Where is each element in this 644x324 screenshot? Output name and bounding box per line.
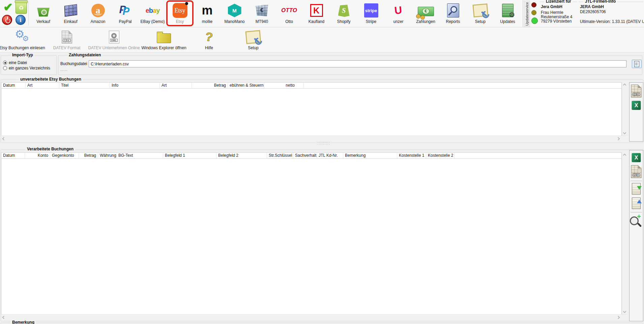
action-setup[interactable]: Setup xyxy=(236,28,270,51)
info-icon[interactable]: i xyxy=(16,15,26,25)
import-document-icon[interactable] xyxy=(632,183,641,195)
setup-wrench-icon xyxy=(472,3,488,18)
app-button-reports[interactable]: Reports xyxy=(439,0,467,26)
column-header[interactable]: JTL Kd-Nr. xyxy=(317,153,343,158)
processed-table: Datum Konto Gegenkonto Betrag Währung BG… xyxy=(1,152,622,314)
recycle-bin-icon[interactable]: ♻ xyxy=(16,2,27,14)
column-header[interactable]: Titel xyxy=(59,83,110,88)
radio-ganzes-verzeichnis[interactable]: ein ganzes Verzeichnis xyxy=(3,66,50,70)
column-header[interactable]: Info xyxy=(110,83,160,88)
column-header[interactable]: Datum xyxy=(1,83,26,88)
column-header[interactable]: Betrag xyxy=(192,83,228,88)
etsy-icon: Etsy xyxy=(173,3,187,18)
column-header[interactable]: Bemerkung xyxy=(343,153,397,158)
scroll-up-icon[interactable] xyxy=(623,84,626,87)
scroll-left-icon[interactable] xyxy=(2,316,6,319)
toolbar-separator xyxy=(28,1,29,26)
scroll-left-icon[interactable] xyxy=(2,137,6,141)
column-header[interactable]: Währung xyxy=(98,153,117,158)
action-hilfe[interactable]: ? Hilfe xyxy=(192,28,226,51)
action-windows-explorer[interactable]: Windows Explorer öffnen xyxy=(140,28,187,51)
scroll-up-icon[interactable] xyxy=(623,154,626,157)
app-label: mollie xyxy=(202,19,212,24)
unprocessed-horizontal-scrollbar[interactable] xyxy=(1,136,627,141)
processed-vertical-scrollbar[interactable] xyxy=(622,152,628,314)
export-document-icon[interactable] xyxy=(632,198,641,209)
app-button-mollie[interactable]: m mollie xyxy=(194,0,221,26)
scroll-down-icon[interactable] xyxy=(623,131,626,135)
scroll-right-icon[interactable] xyxy=(617,137,620,141)
buchungsdatei-input[interactable] xyxy=(89,60,626,67)
column-header[interactable]: ebühren & Steuern xyxy=(228,83,264,88)
panel-separator xyxy=(631,212,642,212)
money-icon xyxy=(418,7,434,16)
app-button-otto[interactable]: OTTO Otto xyxy=(275,0,303,26)
column-header[interactable]: Kostenstelle 1 xyxy=(397,153,426,158)
action-datev-unternehmen-online[interactable]: DATEV Unternehmen Online xyxy=(88,28,140,51)
app-button-einkauf[interactable]: Einkauf xyxy=(57,0,84,26)
column-header[interactable]: Datum xyxy=(1,153,25,158)
app-button-setup[interactable]: Setup xyxy=(467,0,494,26)
scroll-down-icon[interactable] xyxy=(623,310,626,313)
excel-export-icon[interactable]: X xyxy=(632,153,641,162)
app-button-unzer[interactable]: U unzer xyxy=(385,0,412,26)
column-header[interactable]: Belegfeld 2 xyxy=(216,153,267,158)
bemerkung-title: Bemerkung xyxy=(10,320,36,324)
xml-document-icon xyxy=(109,31,119,43)
app-button-shopify[interactable]: S Shopify xyxy=(330,0,357,26)
radio-eine-datei[interactable]: eine Datei xyxy=(3,60,27,65)
version-text: Ultimate-Version: 1.33.11 (DATEV Unte xyxy=(580,19,644,24)
app-label: Verkauf xyxy=(36,19,50,24)
unprocessed-side-panel: X xyxy=(629,82,643,142)
action-etsy-buchungen-einlesen[interactable]: Etsy Buchungen einlesen xyxy=(0,28,45,51)
buchungsdatei-label: Buchungsdatei xyxy=(60,61,87,66)
column-header[interactable]: Art xyxy=(26,83,59,88)
file-browse-icon xyxy=(634,61,639,67)
ok-check-icon[interactable]: ✔ xyxy=(1,1,15,13)
column-header[interactable]: Sachverhalt xyxy=(293,153,317,158)
column-header[interactable]: Kostenstelle 2 xyxy=(426,153,455,158)
app-button-paypal[interactable]: PP PayPal xyxy=(112,0,139,26)
column-header[interactable]: Art xyxy=(160,83,192,88)
app-label: MT940 xyxy=(256,19,268,24)
app-label: Etsy xyxy=(176,19,184,24)
csv-export-icon[interactable] xyxy=(631,85,642,97)
csv-export-icon[interactable] xyxy=(631,165,642,178)
unprocessed-title: unverarbeitete Etsy Buchungen xyxy=(19,77,83,82)
app-button-verkauf[interactable]: Verkauf xyxy=(30,0,57,26)
column-header[interactable]: BG-Text xyxy=(117,153,163,158)
app-button-ebay[interactable]: ebay EBay (Demo) xyxy=(139,0,166,26)
app-button-manomano[interactable]: M ManoMano xyxy=(221,0,248,26)
app-button-kaufland[interactable]: K Kaufland xyxy=(303,0,330,26)
scroll-right-icon[interactable] xyxy=(617,316,620,319)
folder-icon xyxy=(157,33,171,43)
column-header[interactable]: Str.Schlüssel xyxy=(267,153,293,158)
column-header[interactable]: netto xyxy=(264,83,304,88)
power-exit-icon[interactable] xyxy=(2,15,12,25)
app-button-amazon[interactable]: a Amazon xyxy=(84,0,112,26)
unprocessed-vertical-scrollbar[interactable] xyxy=(622,82,628,136)
license-contact: Frau Hermle xyxy=(541,10,563,15)
otto-icon: OTTO xyxy=(281,7,297,14)
app-button-stripe[interactable]: stripe Stripe xyxy=(357,0,385,26)
app-label: Updates xyxy=(500,19,515,24)
column-header[interactable]: Belegfeld 1 xyxy=(163,153,216,158)
action-datev-format[interactable]: DATEV Format xyxy=(47,28,87,51)
browse-file-button[interactable] xyxy=(632,60,642,68)
column-header[interactable]: Betrag xyxy=(79,153,98,158)
excel-export-icon[interactable]: X xyxy=(632,101,641,110)
company-info-title: JTL-Firmen-Info xyxy=(583,0,617,4)
app-label: unzer xyxy=(393,19,403,24)
app-button-zahlungen[interactable]: Zahlungen xyxy=(412,0,439,26)
splitter-handle[interactable]: ·················· xyxy=(310,141,337,145)
app-label: Setup xyxy=(475,19,486,24)
shopify-icon: S xyxy=(338,4,350,17)
app-button-updates[interactable]: Updates xyxy=(494,0,521,26)
app-button-mt940[interactable]: € MT940 xyxy=(248,0,275,26)
zoom-plus-icon[interactable] xyxy=(630,216,639,225)
column-header[interactable]: Gegenkonto xyxy=(50,153,79,158)
processed-horizontal-scrollbar[interactable] xyxy=(1,314,627,320)
processed-side-panel: X xyxy=(629,150,643,321)
app-button-etsy-selected[interactable]: Etsy Etsy xyxy=(166,0,194,26)
column-header[interactable]: Konto xyxy=(25,153,50,158)
